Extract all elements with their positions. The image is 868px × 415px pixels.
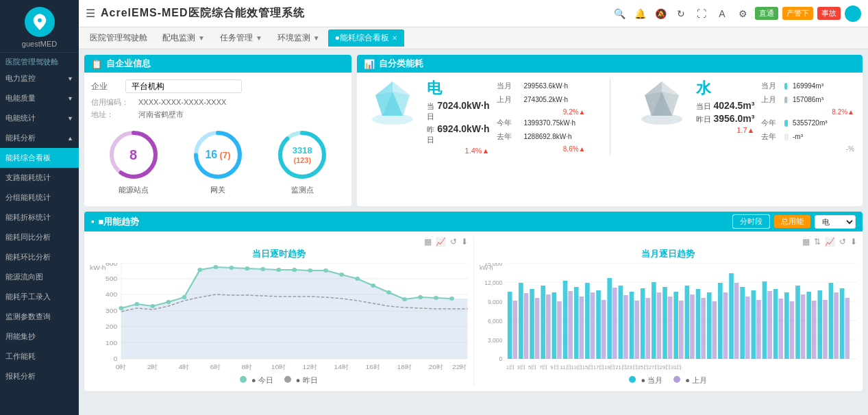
stat-gateways: 16 (7) 网关 <box>190 127 245 195</box>
download-icon[interactable]: ⬇ <box>461 237 468 247</box>
font-icon[interactable]: A <box>714 5 730 22</box>
settings-icon[interactable]: ⚙ <box>734 5 751 22</box>
svg-text:kW·h: kW·h <box>90 264 106 271</box>
reset-icon[interactable]: ↺ <box>450 237 457 247</box>
company-name-row: 企业 <box>91 79 345 93</box>
svg-rect-142 <box>839 288 844 359</box>
sidebar-item-power-monitor[interactable]: 电力监控▼ <box>0 68 79 88</box>
tab-task-mgmt[interactable]: 任务管理▼ <box>213 29 269 47</box>
sidebar-item-monitor-query[interactable]: 监测参数查询 <box>0 307 79 327</box>
credit-label: 信用编码： <box>91 97 136 108</box>
tab-env-monitor[interactable]: 环境监测▼ <box>271 29 327 47</box>
tab-energy-dashboard[interactable]: ●能耗综合看板✕ <box>328 29 404 47</box>
svg-rect-109 <box>656 292 661 359</box>
electricity-section: 电 当日 7024.0kW·h 昨日 6924.0kW·h 1.4%▲ <box>365 78 586 155</box>
company-name-input[interactable] <box>125 79 242 93</box>
water-yesterday-row: 昨日 3956.0m³ <box>696 113 755 125</box>
svg-text:0时: 0时 <box>116 364 127 370</box>
fullscreen-icon[interactable]: ⛶ <box>693 5 710 22</box>
search-icon[interactable]: 🔍 <box>611 5 628 22</box>
svg-text:21日: 21日 <box>615 364 626 370</box>
sidebar-item-power-quality[interactable]: 电能质量▼ <box>0 88 79 108</box>
hourly-btn[interactable]: 分时段 <box>732 214 770 229</box>
elec-today-value: 7024.0kW·h <box>437 100 489 111</box>
water-lastyear-bar-wrap <box>784 134 789 140</box>
sidebar-item-group-stats[interactable]: 分组能耗统计 <box>0 188 79 208</box>
svg-rect-133 <box>789 301 794 359</box>
svg-text:600: 600 <box>106 263 118 267</box>
company-body: 企业 信用编码： XXXX-XXXX-XXXX-XXXX 地址： 河南省鹤壁市 <box>84 73 351 206</box>
menu-toggle-icon[interactable]: ☰ <box>86 7 95 20</box>
svg-text:29日: 29日 <box>659 364 670 370</box>
elec-year-change: 8.6%▲ <box>497 145 586 153</box>
energy-type-select[interactable]: 电 水 <box>815 215 856 229</box>
svg-text:9,000: 9,000 <box>487 299 501 305</box>
notification-icon[interactable]: 🔔 <box>632 5 648 22</box>
water-icon-wrap <box>634 78 689 128</box>
legend-month: ● 当月 <box>629 375 662 386</box>
elec-bars: 当月 299563.6kW·h 上月 <box>497 78 586 153</box>
monthly-line-icon[interactable]: 📈 <box>825 237 835 247</box>
volume-icon[interactable]: 🔕 <box>652 5 669 22</box>
monthly-chart-area: 15,000 12,000 9,000 6,000 3,000 0 kW·h <box>480 263 858 373</box>
gateways-sub: (7) <box>220 150 231 160</box>
monthly-sort-icon[interactable]: ⇅ <box>814 237 821 247</box>
svg-text:18时: 18时 <box>397 364 412 370</box>
water-yesterday-value: 3956.0m³ <box>714 113 755 124</box>
today-dot <box>240 376 247 383</box>
sidebar-item-energy-dashboard[interactable]: 能耗综合看板 <box>0 148 79 168</box>
line-chart-icon[interactable]: 📈 <box>436 237 446 247</box>
sidebar-section: 医院管理驾驶舱 <box>0 53 79 68</box>
bar-chart-icon[interactable]: ▦ <box>424 237 432 247</box>
svg-rect-134 <box>795 286 800 359</box>
tab-power-monitor[interactable]: 配电监测▼ <box>156 29 212 47</box>
monthly-reset-icon[interactable]: ↺ <box>839 237 846 247</box>
sidebar-item-branch-stats[interactable]: 支路能耗统计 <box>0 168 79 188</box>
sidebar-item-flow-diagram[interactable]: 能源流向图 <box>0 267 79 287</box>
svg-point-49 <box>339 273 344 277</box>
user-avatar[interactable] <box>845 5 861 22</box>
stat-circle-2: 16 (7) <box>190 127 245 182</box>
sidebar-item-report-analysis[interactable]: 报耗分析 <box>0 366 79 386</box>
svg-rect-98 <box>596 290 601 359</box>
sidebar-item-standard-stats[interactable]: 能耗折标统计 <box>0 208 79 227</box>
svg-rect-118 <box>706 292 711 359</box>
svg-rect-126 <box>751 290 756 359</box>
total-btn[interactable]: 总用能 <box>774 215 810 228</box>
svg-text:500: 500 <box>106 275 118 282</box>
sidebar-item-work-energy[interactable]: 工作能耗 <box>0 347 79 366</box>
trend-chart-divider <box>473 237 474 386</box>
tab-hospital-dashboard[interactable]: 医院管理驾驶舱 <box>83 29 154 47</box>
monthly-bar-icon[interactable]: ▦ <box>802 237 810 247</box>
refresh-icon[interactable]: ↻ <box>673 5 689 22</box>
svg-rect-135 <box>800 294 805 359</box>
badge-warning[interactable]: 产警下 <box>782 7 813 20</box>
sidebar-item-yoy-analysis[interactable]: 能耗同比分析 <box>0 227 79 247</box>
sidebar-item-power-stats[interactable]: 电能统计▼ <box>0 108 79 128</box>
company-panel-icon: 📋 <box>91 59 102 69</box>
svg-rect-93 <box>568 291 573 359</box>
sidebar-item-mom-analysis[interactable]: 能耗环比分析 <box>0 247 79 267</box>
sidebar-item-manual-entry[interactable]: 能耗手工录入 <box>0 287 79 307</box>
daily-line-chart-svg: 0 100 200 300 400 500 600 kW·h <box>90 263 468 373</box>
svg-text:200: 200 <box>106 323 118 330</box>
water-month-change: 8.2%▲ <box>761 108 854 116</box>
main-wrapper: ☰ AcrelEMS-MED医院综合能效管理系统 🔍 🔔 🔕 ↻ ⛶ A ⚙ 直… <box>79 0 868 415</box>
svg-rect-87 <box>534 298 539 359</box>
svg-rect-88 <box>541 286 545 359</box>
badge-accident[interactable]: 事故 <box>817 7 841 20</box>
elec-month-change: 9.2%▲ <box>497 108 586 116</box>
svg-point-50 <box>355 277 360 281</box>
sidebar-item-energy-collect[interactable]: 用能集抄 <box>0 327 79 347</box>
monthly-download-icon[interactable]: ⬇ <box>850 237 857 247</box>
badge-direct[interactable]: 直通 <box>755 7 778 20</box>
elec-bar-year: 今年 1399370.75kW·h <box>497 118 586 128</box>
svg-text:100: 100 <box>106 340 118 347</box>
legend-today: ● 今日 <box>240 375 273 386</box>
svg-rect-110 <box>662 287 667 359</box>
svg-text:6,000: 6,000 <box>487 318 501 325</box>
top-row: 📋 自企业信息 企业 信用编码： XXXX-XXXX-XXXX-XXXX 地址：… <box>84 55 863 206</box>
trend-header-right: 分时段 总用能 电 水 <box>732 214 856 229</box>
stat-monitor-points: 3318 (123) 监测点 <box>275 127 330 195</box>
sidebar-item-energy-analysis[interactable]: 能耗分析▲ <box>0 128 79 148</box>
